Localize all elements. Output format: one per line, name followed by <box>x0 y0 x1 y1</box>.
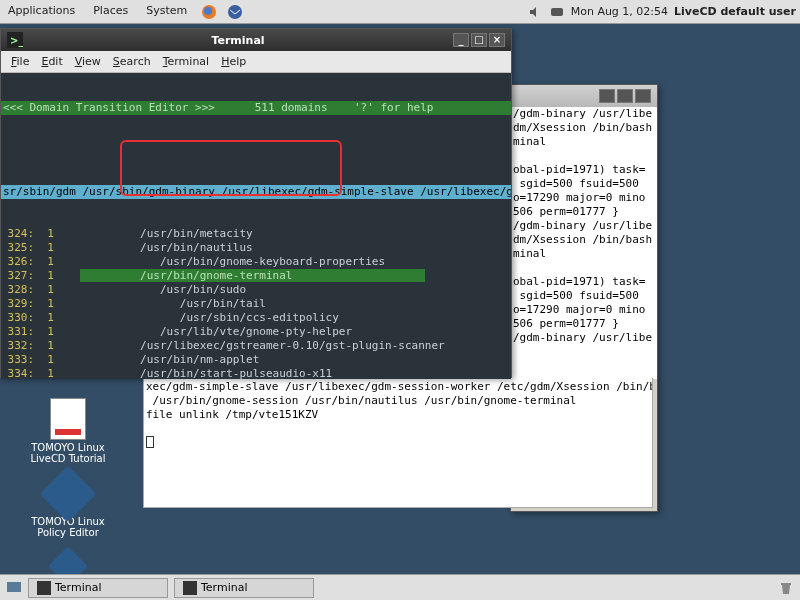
menu-applications[interactable]: Applications <box>4 4 79 20</box>
terminal-body[interactable]: <<< Domain Transition Editor >>> 511 dom… <box>1 73 511 379</box>
domain-row[interactable]: 333: 1 /usr/bin/nm-applet <box>1 353 511 367</box>
domain-path: sr/sbin/gdm /usr/sbin/gdm-binary /usr/li… <box>1 185 511 199</box>
cursor <box>146 436 154 448</box>
maximize-button[interactable]: □ <box>617 89 633 103</box>
domain-row[interactable]: 331: 1 /usr/lib/vte/gnome-pty-helper <box>1 325 511 339</box>
svg-rect-7 <box>781 583 791 585</box>
domain-row[interactable]: 324: 1 /usr/bin/metacity <box>1 227 511 241</box>
domain-row[interactable]: 325: 1 /usr/bin/nautilus <box>1 241 511 255</box>
foreground-terminal-window[interactable]: >_ Terminal _ □ × File Edit View Search … <box>0 28 512 378</box>
diamond-icon <box>40 466 97 523</box>
svg-rect-3 <box>551 8 563 16</box>
menu-file[interactable]: File <box>7 55 33 68</box>
user-menu[interactable]: LiveCD default user <box>674 5 796 18</box>
trash-icon[interactable] <box>778 580 794 596</box>
domain-row[interactable]: 328: 1 /usr/bin/sudo <box>1 283 511 297</box>
menubar: File Edit View Search Terminal Help <box>1 51 511 73</box>
volume-icon[interactable] <box>527 4 543 20</box>
menu-help[interactable]: Help <box>217 55 250 68</box>
terminal-output-bottom: xec/gdm-simple-slave /usr/libexec/gdm-se… <box>143 378 653 508</box>
close-button[interactable]: × <box>635 89 651 103</box>
domain-row[interactable]: 334: 1 /usr/bin/start-pulseaudio-x11 <box>1 367 511 379</box>
close-button[interactable]: × <box>489 33 505 47</box>
menu-system[interactable]: System <box>142 4 191 20</box>
editor-header: <<< Domain Transition Editor >>> 511 dom… <box>1 101 511 115</box>
svg-text:>_: >_ <box>10 35 23 47</box>
minimize-button[interactable]: _ <box>453 33 469 47</box>
desktop-icon-editor[interactable]: TOMOYO Linux Policy Editor <box>18 474 118 538</box>
domain-row[interactable]: 332: 1 /usr/libexec/gstreamer-0.10/gst-p… <box>1 339 511 353</box>
menu-search[interactable]: Search <box>109 55 155 68</box>
maximize-button[interactable]: □ <box>471 33 487 47</box>
domain-row[interactable]: 330: 1 /usr/sbin/ccs-editpolicy <box>1 311 511 325</box>
bottom-panel: Terminal Terminal <box>0 574 800 600</box>
domain-row[interactable]: 329: 1 /usr/bin/tail <box>1 297 511 311</box>
svg-point-1 <box>204 7 212 15</box>
terminal-icon <box>37 581 51 595</box>
minimize-button[interactable]: _ <box>599 89 615 103</box>
document-icon <box>50 398 86 440</box>
domain-row[interactable]: 326: 1 /usr/bin/gnome-keyboard-propertie… <box>1 255 511 269</box>
menu-terminal[interactable]: Terminal <box>159 55 214 68</box>
terminal-output: /gdm-binary /usr/libe dm/Xsession /bin/b… <box>511 107 657 379</box>
menu-view[interactable]: View <box>71 55 105 68</box>
top-panel: Applications Places System Mon Aug 1, 02… <box>0 0 800 24</box>
desktop-icon-tutorial[interactable]: TOMOYO Linux LiveCD Tutorial <box>18 398 118 464</box>
domain-row[interactable]: 327: 1 /usr/bin/gnome-terminal <box>1 269 511 283</box>
terminal-icon <box>183 581 197 595</box>
svg-point-2 <box>228 5 242 19</box>
show-desktop-icon[interactable] <box>6 580 22 596</box>
clock[interactable]: Mon Aug 1, 02:54 <box>571 5 668 18</box>
app-icon: >_ <box>7 32 23 48</box>
thunderbird-icon[interactable] <box>227 4 243 20</box>
titlebar[interactable]: >_ Terminal _ □ × <box>1 29 511 51</box>
taskbar-item-terminal-2[interactable]: Terminal <box>174 578 314 598</box>
firefox-icon[interactable] <box>201 4 217 20</box>
menu-places[interactable]: Places <box>89 4 132 20</box>
taskbar-item-terminal-1[interactable]: Terminal <box>28 578 168 598</box>
svg-rect-6 <box>7 582 21 592</box>
menu-edit[interactable]: Edit <box>37 55 66 68</box>
titlebar-inactive[interactable]: _ □ × <box>511 85 657 107</box>
network-icon[interactable] <box>549 4 565 20</box>
window-title: Terminal <box>23 34 453 47</box>
